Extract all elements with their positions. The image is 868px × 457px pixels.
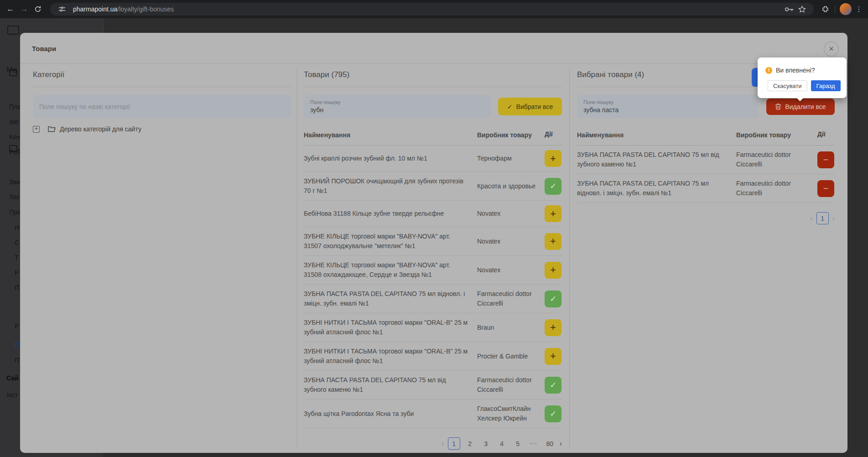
delete-all-label: Видалити все [785,103,826,110]
pagination-page-1[interactable]: 1 [448,437,460,450]
pagination-page-4[interactable]: 4 [496,437,508,450]
header-manufacturer: Виробник товару [736,130,817,140]
sidebar-item-fragment[interactable]: Про [9,208,21,216]
product-name: Зубні краплі розчин зубний фл. 10 мл №1 [304,154,477,163]
add-product-button[interactable]: + [545,233,561,250]
sidebar-item-fragment[interactable]: Н [15,224,19,231]
select-all-label: Вибрати все [516,103,553,110]
tree-expand-icon[interactable]: + [33,126,40,133]
category-search-placeholder: Поле пошуку по назві категорії [39,103,285,110]
product-added-button[interactable]: ✓ [545,377,561,394]
ok-button[interactable]: Гаразд [811,80,841,91]
pagination-page-3[interactable]: 3 [480,437,492,450]
table-row: БебіНова 31188 Кільце зубне тверде рельє… [304,201,562,227]
categories-column: Категорії Поле пошуку по назві категорії… [33,68,291,133]
check-icon: ✓ [507,103,513,110]
pagination-prev-icon[interactable]: ‹ [442,440,444,448]
products-search-input[interactable]: Поле пошуку зубн [304,95,491,118]
sidebar-item-fragment[interactable]: Р [15,322,19,330]
header-manufacturer: Виробник товару [477,130,545,140]
products-pagination: ‹12345•••80› [304,437,562,450]
table-row: ЗУБНА ПАСТА PASTA DEL CAPITANO 75 мл від… [577,145,835,174]
product-added-button[interactable]: ✓ [545,291,561,307]
sidebar-item-fragment[interactable]: П [15,357,19,364]
products-search-value: зубн [310,106,484,114]
site-info-icon[interactable] [56,3,68,16]
sidebar-item-fragment[interactable]: П [15,341,19,348]
sidebar-item-fragment[interactable]: Тех [9,193,19,201]
product-added-button[interactable]: ✓ [545,178,561,195]
table-row: ЗУБНА ПАСТА PASTA DEL CAPITANO 75 мл від… [577,174,835,203]
remove-product-button[interactable]: − [817,151,834,168]
sidebar-item-fragment[interactable]: Пла [9,103,21,110]
cancel-button[interactable]: Скасувати [768,80,807,91]
sidebar-item-fragment[interactable]: Роб [9,148,21,156]
pagination-page-2[interactable]: 2 [464,437,476,450]
product-name: ЗУБНА ПАСТА PASTA DEL CAPITANO 75 мл від… [304,375,477,395]
pagination-prev-icon[interactable]: ‹ [810,214,812,223]
app-logo-icon [7,26,19,35]
remove-product-button[interactable]: − [817,180,834,197]
reload-icon[interactable] [31,2,45,16]
sidebar-item-fragment[interactable]: Кон [9,133,20,140]
selected-table-body: ЗУБНА ПАСТА PASTA DEL CAPITANO 75 мл від… [577,145,835,203]
pagination-page-5[interactable]: 5 [512,437,524,450]
modal-header-divider [20,63,847,64]
menu-kebab-icon[interactable]: ⋮ [853,5,864,13]
password-key-icon[interactable] [783,3,795,16]
product-name: ЗУБНИЙ ПОРОШОК очищающий для зубних прот… [304,177,477,196]
sidebar-item-fragment[interactable]: Зам [9,178,21,186]
add-product-button[interactable]: + [545,205,561,222]
add-product-button[interactable]: + [545,150,561,167]
category-search-input[interactable]: Поле пошуку по назві категорії [33,95,291,118]
forward-icon[interactable]: → [17,2,31,16]
products-table-body: Зубні краплі розчин зубний фл. 10 мл №1Т… [304,145,562,428]
sidebar-item-fragment[interactable]: Me [6,66,17,75]
select-all-button[interactable]: ✓ Вибрати все [498,98,562,115]
add-product-button[interactable]: + [545,319,561,336]
product-added-button[interactable]: ✓ [545,405,561,422]
back-icon[interactable]: ← [4,2,17,16]
header-name: Найменування [304,130,477,140]
sidebar-item-fragment[interactable]: С [15,239,19,246]
selected-search-input[interactable]: Поле пошуку зубна паста [577,95,758,118]
address-bar[interactable]: pharmapoint.ua/loyalty/gift-bonuses [50,3,814,16]
bookmark-star-icon[interactable] [795,3,808,16]
warning-icon: ! [765,67,772,74]
profile-avatar[interactable] [840,3,852,15]
sidebar-item-fragment[interactable]: Т [15,254,19,261]
table-row: Зубна щітка Parodontax Ясна та зубиГлакс… [304,400,562,428]
add-product-button[interactable]: + [545,262,561,279]
sidebar-item-fragment[interactable]: П [15,284,19,291]
close-icon[interactable]: × [824,42,839,57]
add-product-button[interactable]: + [545,348,561,365]
products-search-label: Поле пошуку [310,99,484,106]
categories-title: Категорії [33,68,291,87]
product-manufacturer: Farmaceutici dottor Ciccarelli [736,179,817,198]
header-name: Найменування [577,130,736,140]
toolbar-divider [835,5,835,13]
product-manufacturer: Farmaceutici dottor Ciccarelli [736,150,817,169]
url-path: /loyalty/gift-bonuses [117,5,174,13]
sidebar-item-fragment[interactable]: Сай [6,374,19,382]
sidebar-item-fragment[interactable]: Імп [9,118,19,125]
sidebar-item-fragment[interactable]: Інст [6,391,18,399]
pagination-page-80[interactable]: 80 [544,437,556,450]
selected-search-label: Поле пошуку [583,99,752,106]
pagination-next-icon[interactable]: › [832,214,835,223]
product-name: Зубна щітка Parodontax Ясна та зуби [304,409,477,419]
category-tree-node[interactable]: + Дерево категорій для сайту [33,125,291,133]
pagination-ellipsis[interactable]: ••• [528,437,540,450]
product-name: ЗУБНІ НИТКИ І ТАСЬМА торгової марки "ORA… [304,318,477,337]
tree-node-label: Дерево категорій для сайту [60,125,141,133]
header-actions: Дії [817,130,835,140]
product-manufacturer: Тернофарм [477,154,545,163]
product-manufacturer: Novatex [477,265,545,275]
column-divider-2 [569,68,570,449]
product-manufacturer: ГлаксоСмитКлайн Хелскер Юкрейн [477,404,545,423]
pagination-next-icon[interactable]: › [560,440,562,448]
extensions-icon[interactable] [818,2,832,16]
sidebar-item-fragment[interactable]: Р [15,269,19,276]
pagination-page-1[interactable]: 1 [816,212,829,224]
product-name: ЗУБНЕ КІЛЬЦЕ торгової марки "BABY-NOVA" … [304,232,477,251]
